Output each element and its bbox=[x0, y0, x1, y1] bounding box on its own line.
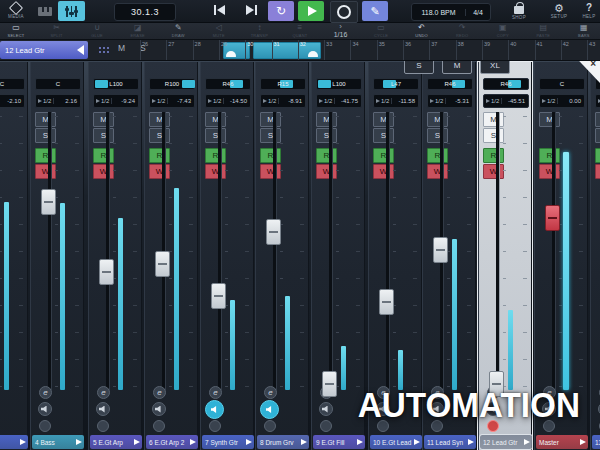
solo-button[interactable]: S bbox=[260, 128, 281, 143]
read-automation-button[interactable]: R bbox=[373, 148, 394, 163]
mute-button[interactable]: M bbox=[483, 112, 504, 127]
channel-name-label[interactable]: 13 bbox=[592, 435, 600, 449]
monitor-speaker-button[interactable] bbox=[152, 402, 166, 416]
tool-transp[interactable]: ↕TRANSP bbox=[247, 24, 271, 38]
read-automation-button[interactable]: R bbox=[260, 148, 281, 163]
monitor-speaker-button[interactable] bbox=[319, 402, 333, 416]
read-automation-button[interactable]: R bbox=[93, 148, 114, 163]
output-gain-readout[interactable]: 1/20.00 bbox=[539, 94, 585, 108]
media-button[interactable]: MEDIA bbox=[4, 0, 28, 22]
channel-strip[interactable]: C1/22.16MSRWe4 Bass bbox=[30, 62, 84, 450]
write-automation-button[interactable]: W bbox=[373, 164, 394, 179]
mute-button[interactable]: M bbox=[427, 112, 448, 127]
solo-button[interactable]: S bbox=[483, 128, 504, 143]
tool-split[interactable]: ✂SPLIT bbox=[45, 24, 69, 38]
output-gain-readout[interactable]: 1/2-11.58 bbox=[373, 94, 419, 108]
fader-handle[interactable] bbox=[99, 259, 114, 285]
tool-cycle[interactable]: ▭CYCLE bbox=[369, 24, 393, 38]
channel-edit-button[interactable]: e bbox=[264, 386, 277, 399]
channel-name-label[interactable]: 9 E.Gt Fill bbox=[313, 435, 365, 449]
pan-slider[interactable]: R100 bbox=[149, 78, 195, 90]
write-automation-button[interactable]: W bbox=[595, 164, 600, 179]
pan-slider[interactable]: C bbox=[35, 78, 81, 90]
solo-button[interactable]: S bbox=[93, 128, 114, 143]
loop-handle-icon[interactable] bbox=[226, 51, 236, 57]
tool-erase[interactable]: ◪ERASE bbox=[126, 24, 150, 38]
channel-edit-button[interactable]: e bbox=[153, 386, 166, 399]
mixer-button-active[interactable] bbox=[58, 1, 85, 21]
pan-slider[interactable]: C bbox=[539, 78, 585, 90]
solo-button[interactable]: S bbox=[205, 128, 226, 143]
pan-slider[interactable]: C bbox=[0, 78, 25, 90]
channel-strip[interactable]: L1001/2-9.24MSRWe5 E.Gt Arp bbox=[88, 62, 142, 450]
channel-name-label[interactable]: 3 Gtr bbox=[0, 435, 28, 449]
cycle-button[interactable]: ↻ bbox=[268, 1, 294, 21]
tool-1/16[interactable]: ›1/16 bbox=[329, 23, 353, 38]
channel-name-label[interactable]: Master bbox=[536, 435, 588, 449]
write-automation-button[interactable]: W bbox=[427, 164, 448, 179]
write-automation-button[interactable]: W bbox=[316, 164, 337, 179]
channel-strip[interactable]: R151/2-8.91MSRWe8 Drum Grv bbox=[255, 62, 309, 450]
output-gain-readout[interactable]: 1/2-5.31 bbox=[427, 94, 473, 108]
channel-name-label[interactable]: 8 Drum Grv bbox=[257, 435, 309, 449]
pan-slider[interactable]: L100 bbox=[316, 78, 362, 90]
read-automation-button[interactable]: R bbox=[35, 148, 56, 163]
solo-button[interactable]: S bbox=[316, 128, 337, 143]
output-gain-readout[interactable]: 1/2 bbox=[595, 94, 600, 108]
channel-name-label[interactable]: 12 Lead Gtr bbox=[480, 435, 532, 449]
help-button[interactable]: ? HELP bbox=[578, 0, 600, 22]
keys-button[interactable] bbox=[34, 0, 56, 22]
tool-paste[interactable]: ▤PASTE bbox=[531, 24, 555, 38]
channel-strip[interactable]: C1/2-2.10MSRWe3 Gtr bbox=[0, 62, 28, 450]
write-automation-button[interactable]: W bbox=[93, 164, 114, 179]
track-mute-button[interactable]: M bbox=[118, 43, 125, 53]
output-gain-readout[interactable]: 1/2-2.10 bbox=[0, 94, 25, 108]
write-automation-button[interactable]: W bbox=[35, 164, 56, 179]
write-automation-button[interactable]: W bbox=[149, 164, 170, 179]
pan-slider[interactable]: R46 bbox=[483, 78, 529, 90]
fader-handle[interactable] bbox=[379, 289, 394, 315]
read-automation-button[interactable]: R bbox=[149, 148, 170, 163]
solo-button[interactable]: S bbox=[595, 128, 600, 143]
write-automation-button[interactable]: W bbox=[205, 164, 226, 179]
record-arm-button[interactable] bbox=[97, 420, 109, 432]
tool-undo[interactable]: ↶UNDO bbox=[410, 24, 434, 38]
channel-edit-button[interactable]: e bbox=[97, 386, 110, 399]
read-automation-button[interactable]: R bbox=[205, 148, 226, 163]
mute-button[interactable]: M bbox=[539, 112, 560, 127]
output-gain-readout[interactable]: 1/2-41.75 bbox=[316, 94, 362, 108]
channel-strip[interactable]: C1/2MSRWe13 bbox=[590, 62, 600, 450]
monitor-speaker-button[interactable] bbox=[205, 400, 224, 419]
record-button[interactable] bbox=[330, 1, 358, 23]
write-automation-button[interactable]: W bbox=[260, 164, 281, 179]
fader-handle[interactable] bbox=[266, 219, 281, 245]
output-gain-readout[interactable]: 1/2-45.51 bbox=[483, 94, 529, 108]
tempo-display[interactable]: 118.0 BPM 4/4 bbox=[411, 3, 491, 21]
record-arm-button[interactable] bbox=[153, 420, 165, 432]
fader-handle[interactable] bbox=[433, 237, 448, 263]
skip-to-start-button[interactable] bbox=[214, 5, 225, 15]
channel-strip[interactable]: R461/2-14.50MSRWe7 Synth Gtr bbox=[200, 62, 254, 450]
channel-edit-button[interactable]: e bbox=[209, 386, 222, 399]
tool-select[interactable]: ▭SELECT bbox=[4, 24, 28, 38]
shop-button[interactable]: SHOP bbox=[506, 0, 532, 22]
fader-handle[interactable] bbox=[41, 189, 56, 215]
tool-mute[interactable]: ◁MUTE bbox=[207, 24, 231, 38]
record-arm-button[interactable] bbox=[264, 420, 276, 432]
loop-handle-icon[interactable] bbox=[308, 51, 318, 57]
mute-button[interactable]: M bbox=[205, 112, 226, 127]
skip-to-end-button[interactable] bbox=[246, 5, 257, 15]
mute-button[interactable]: M bbox=[373, 112, 394, 127]
solo-button[interactable]: S bbox=[373, 128, 394, 143]
monitor-speaker-button[interactable] bbox=[38, 402, 52, 416]
read-automation-button[interactable]: R bbox=[483, 148, 504, 163]
output-gain-readout[interactable]: 1/2-9.24 bbox=[93, 94, 139, 108]
write-automation-button[interactable]: W bbox=[483, 164, 504, 179]
output-gain-readout[interactable]: 1/2-8.91 bbox=[260, 94, 306, 108]
mute-button[interactable]: M bbox=[149, 112, 170, 127]
record-arm-button[interactable] bbox=[320, 420, 332, 432]
solo-button[interactable]: S bbox=[427, 128, 448, 143]
read-automation-button[interactable]: R bbox=[595, 148, 600, 163]
mute-button[interactable]: M bbox=[93, 112, 114, 127]
output-gain-readout[interactable]: 1/2-7.43 bbox=[149, 94, 195, 108]
